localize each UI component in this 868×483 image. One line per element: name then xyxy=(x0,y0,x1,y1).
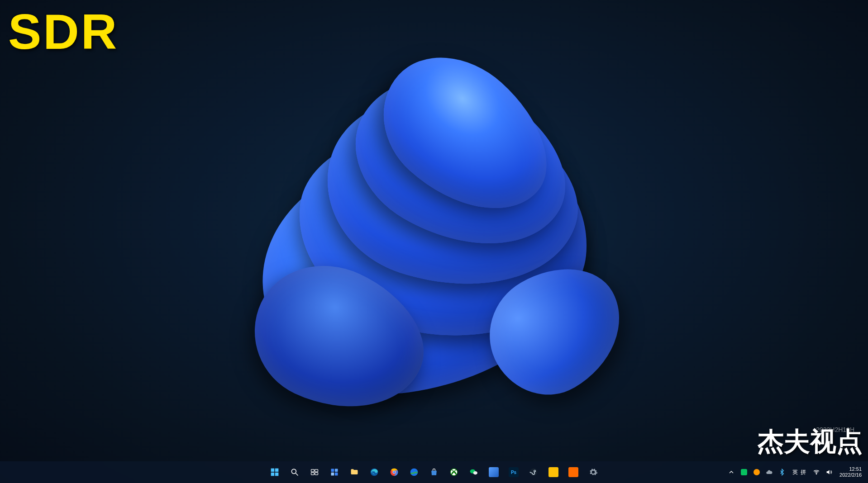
svg-rect-13 xyxy=(335,473,338,476)
svg-rect-7 xyxy=(315,469,318,472)
search-icon xyxy=(290,467,300,477)
edge-icon xyxy=(369,467,379,477)
sound-button[interactable] xyxy=(823,463,835,481)
chevron-up-icon xyxy=(728,469,735,476)
widgets-button[interactable] xyxy=(325,463,343,481)
svg-line-5 xyxy=(296,474,298,476)
svg-rect-12 xyxy=(331,473,334,476)
wifi-icon xyxy=(813,469,820,476)
taskview-icon xyxy=(310,467,320,477)
search-button[interactable] xyxy=(286,463,304,481)
bluetooth-icon xyxy=(778,469,786,476)
sdr-overlay-label: SDR xyxy=(8,3,119,60)
speaker-icon xyxy=(825,469,833,476)
chrome-icon xyxy=(389,467,399,477)
taskbar-center-group: Ps xyxy=(266,461,602,483)
yellow-app-icon xyxy=(548,467,558,477)
tray-dot-green-icon xyxy=(740,469,748,476)
svg-rect-1 xyxy=(275,469,279,472)
store-icon xyxy=(429,467,439,477)
system-tray: 英 拼 12:51 2022/2/16 xyxy=(725,461,865,483)
google-earth-button[interactable] xyxy=(405,463,423,481)
windows-icon xyxy=(270,467,280,477)
tray-app-2[interactable] xyxy=(751,463,763,481)
start-button[interactable] xyxy=(266,463,284,481)
taskbar: Ps xyxy=(0,461,868,483)
widgets-icon xyxy=(329,467,339,477)
tray-bluetooth[interactable] xyxy=(776,463,788,481)
app-yellow-button[interactable] xyxy=(544,463,563,481)
svg-rect-3 xyxy=(275,473,279,476)
tray-app-1[interactable] xyxy=(738,463,750,481)
chrome-button[interactable] xyxy=(385,463,403,481)
xbox-icon xyxy=(449,467,459,477)
ime-mode-label: 拼 xyxy=(801,469,806,476)
wallpaper-bloom xyxy=(208,36,660,443)
photoshop-button[interactable]: Ps xyxy=(505,463,523,481)
ime-indicator[interactable]: 英 拼 xyxy=(789,463,810,481)
watermark-text: 杰夫视点 xyxy=(758,424,863,459)
orange-app-icon xyxy=(568,467,578,477)
wechat-button[interactable] xyxy=(465,463,483,481)
steam-icon xyxy=(529,467,539,477)
network-button[interactable] xyxy=(811,463,822,481)
app-orange-button[interactable] xyxy=(564,463,582,481)
svg-rect-2 xyxy=(271,473,275,476)
tray-dot-orange-icon xyxy=(753,469,760,476)
control-panel-button[interactable] xyxy=(485,463,503,481)
steam-button[interactable] xyxy=(525,463,543,481)
svg-rect-6 xyxy=(311,469,315,472)
tray-overflow[interactable] xyxy=(725,463,737,481)
wechat-icon xyxy=(469,467,479,477)
file-explorer-button[interactable] xyxy=(345,463,363,481)
edge-button[interactable] xyxy=(365,463,383,481)
app-settings-button[interactable] xyxy=(584,463,602,481)
svg-rect-11 xyxy=(335,469,338,472)
xbox-button[interactable] xyxy=(445,463,463,481)
ps-icon: Ps xyxy=(509,467,519,477)
clock-button[interactable]: 12:51 2022/2/16 xyxy=(836,463,865,481)
svg-rect-0 xyxy=(271,469,275,472)
control-icon xyxy=(489,467,499,477)
earth-icon xyxy=(409,467,419,477)
svg-rect-9 xyxy=(315,473,318,475)
ime-lang-label: 英 xyxy=(792,469,798,476)
svg-rect-8 xyxy=(311,473,315,475)
svg-point-17 xyxy=(393,471,396,474)
clock-time: 12:51 xyxy=(849,466,862,472)
task-view-button[interactable] xyxy=(305,463,324,481)
svg-point-25 xyxy=(816,474,816,474)
cloud-icon xyxy=(766,469,773,476)
store-button[interactable] xyxy=(425,463,443,481)
svg-rect-10 xyxy=(331,469,334,472)
clock-date: 2022/2/16 xyxy=(839,472,862,478)
gear-icon xyxy=(588,467,598,477)
svg-point-21 xyxy=(473,471,477,475)
svg-point-4 xyxy=(291,469,296,474)
tray-onedrive[interactable] xyxy=(763,463,775,481)
folder-icon xyxy=(349,467,359,477)
